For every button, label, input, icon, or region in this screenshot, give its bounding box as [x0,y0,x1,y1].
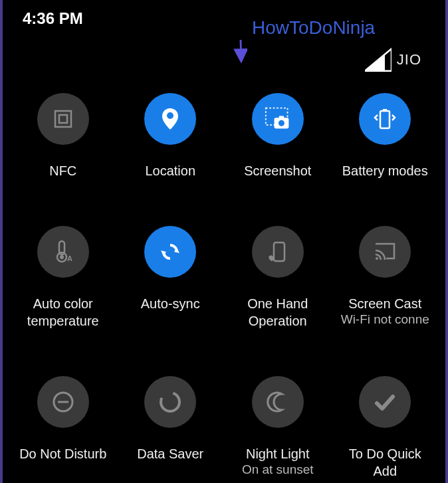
tile-do-not-disturb[interactable]: Do Not Disturb [9,376,117,480]
tile-label: Screenshot [244,162,311,179]
tile-battery-modes[interactable]: Battery modes [332,93,439,179]
svg-point-15 [60,255,64,259]
status-time: 4:36 PM [23,9,83,28]
signal-icon [365,47,392,73]
annotation-watermark: HowToDoNinja [252,17,375,39]
tile-label: One Hand Operation [247,295,308,330]
tile-label: Auto-sync [141,295,200,312]
svg-point-9 [279,120,284,126]
carrier-label: JIO [397,51,421,68]
nfc-icon [37,93,89,145]
svg-text:A: A [67,254,72,262]
svg-point-23 [161,393,179,411]
svg-rect-5 [59,115,67,123]
tile-auto-sync[interactable]: Auto-sync [117,226,225,330]
tile-one-hand-operation[interactable]: One Hand Operation [224,226,332,330]
tile-nfc[interactable]: NFC [9,93,117,179]
todo-icon [359,376,411,428]
tile-label: Screen Cast [348,295,421,312]
nightlight-icon [252,376,304,428]
status-bar: 4:36 PM [3,0,445,33]
tile-night-light[interactable]: Night Light On at sunset [224,376,332,480]
thermometer-icon: A [37,226,89,278]
tile-label: Night Light [246,445,310,462]
cast-icon [359,226,411,278]
tile-sublabel: Wi-Fi not conne [341,312,429,328]
annotation-arrow-icon [221,37,247,64]
svg-rect-10 [279,116,284,119]
tile-location[interactable]: Location [117,93,225,179]
tile-sublabel: On at sunset [242,462,314,478]
location-icon [144,93,196,145]
screenshot-icon [252,93,304,145]
tile-label: To Do Quick Add [349,445,421,480]
svg-rect-11 [380,111,390,128]
svg-rect-12 [383,109,387,112]
svg-point-20 [376,257,378,260]
tile-data-saver[interactable]: Data Saver [117,376,225,480]
onehand-icon [252,226,304,278]
tile-label: Location [145,162,195,179]
svg-point-6 [167,112,173,119]
tile-label: Do Not Disturb [19,445,106,462]
datasaver-icon [144,376,196,428]
quick-settings-grid: NFC Location Screenshot Battery modes A … [3,80,445,480]
sync-icon [144,226,196,278]
battery-icon [359,93,411,145]
tile-label: NFC [49,162,76,179]
tile-label: Data Saver [137,445,203,462]
svg-line-1 [241,40,241,60]
tile-label: Battery modes [342,162,428,179]
dnd-icon [37,376,89,428]
svg-rect-4 [55,111,71,127]
tile-screenshot[interactable]: Screenshot [224,93,332,179]
tile-screen-cast[interactable]: Screen Cast Wi-Fi not conne [332,226,439,330]
tile-auto-color-temperature[interactable]: A Auto color temperature [9,226,117,330]
tile-todo-quick-add[interactable]: To Do Quick Add [332,376,439,480]
svg-rect-19 [274,242,284,261]
tile-label: Auto color temperature [27,295,99,330]
